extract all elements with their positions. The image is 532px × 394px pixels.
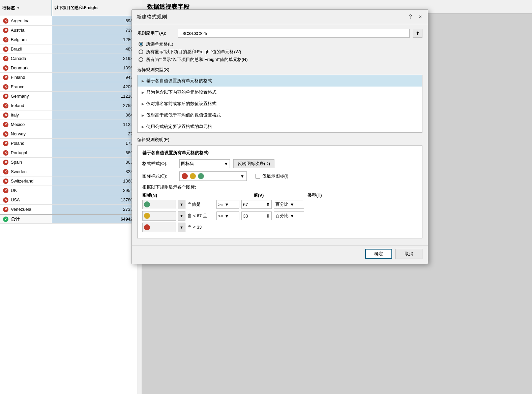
- rule-type-item[interactable]: ▶仅对高于或低于平均值的数值设置格式: [138, 109, 422, 121]
- rule-type-item[interactable]: ▶仅对排名靠前或靠后的数值设置格式: [138, 98, 422, 109]
- cell-value: 4205.46: [52, 82, 142, 91]
- operator-select[interactable]: >=▼: [216, 200, 239, 209]
- format-style-select[interactable]: 图标集 ▼: [179, 159, 230, 168]
- table-row[interactable]: ✕Venezuela2735.18: [0, 205, 142, 214]
- cell-value: 943.27: [52, 73, 142, 82]
- type-arrow: ▼: [290, 202, 294, 207]
- icon-dropdown-btn[interactable]: ▼: [178, 223, 185, 232]
- x-icon: ✕: [2, 45, 9, 53]
- x-icon: ✕: [2, 206, 9, 213]
- format-style-row: 格式样式(O): 图标集 ▼ 反转图标次序(D): [142, 159, 417, 168]
- table-row[interactable]: ✕Austria7391.5: [0, 26, 142, 35]
- table-row[interactable]: ✕Mexico1122.78: [0, 120, 142, 129]
- rule-type-list[interactable]: ▶基于各自值设置所有单元格的格式▶只为包含以下内容的单元格设置格式▶仅对排名靠前…: [137, 75, 422, 133]
- reverse-icon-btn[interactable]: 反转图标次序(D): [233, 159, 274, 168]
- value-input[interactable]: 33⬆: [241, 211, 272, 220]
- cell-value: 2954.27: [52, 186, 142, 195]
- table-row[interactable]: ✕Belgium1280.14: [0, 35, 142, 44]
- x-icon: ✕: [2, 168, 9, 175]
- dialog-close-button[interactable]: ×: [417, 13, 423, 21]
- x-icon: ✕: [2, 36, 9, 43]
- red-dot-icon: [144, 224, 150, 230]
- table-row[interactable]: ✕Spain861.89: [0, 158, 142, 167]
- table-row[interactable]: ✕Norway275.5: [0, 129, 142, 139]
- cell-value: 2735.18: [52, 205, 142, 214]
- rule-type-label: 只为包含以下内容的单元格设置格式: [146, 89, 216, 95]
- cell-value: 689.06: [52, 148, 142, 157]
- table-row[interactable]: ✕Finland943.27: [0, 73, 142, 82]
- icon-red-dot: [182, 173, 188, 179]
- table-row[interactable]: ✕Germany11216.58: [0, 92, 142, 101]
- icon-rule-rows: ▼当值是>=▼67⬆百分比▼▼当 < 67 且>=▼33⬆百分比▼▼当 < 33: [142, 200, 417, 232]
- radio-item[interactable]: 所选单元格(L): [139, 41, 422, 47]
- operator-select[interactable]: >=▼: [216, 211, 239, 220]
- col-header-row[interactable]: 行标签 ▼: [0, 0, 52, 16]
- row-name: Spain: [11, 160, 22, 165]
- table-row[interactable]: ✕UK2954.27: [0, 186, 142, 195]
- icon-selector[interactable]: [142, 211, 176, 221]
- table-row[interactable]: ✕France4205.46: [0, 82, 142, 92]
- table-row[interactable]: ✕Denmark1396.19: [0, 63, 142, 73]
- show-icon-only-checkbox[interactable]: [256, 174, 260, 178]
- op-arrow: ▼: [225, 214, 229, 219]
- confirm-button[interactable]: 确定: [365, 249, 392, 259]
- table-row[interactable]: ✕Portugal689.06: [0, 148, 142, 158]
- value-text: 33: [243, 214, 248, 219]
- table-row[interactable]: ✕Ireland2755.24: [0, 101, 142, 110]
- row-name: Finland: [11, 75, 25, 80]
- table-row[interactable]: ✕Sweden3237.6: [0, 167, 142, 176]
- rule-type-arrow: ▶: [142, 102, 144, 106]
- icon-selector[interactable]: [142, 200, 176, 209]
- edit-desc-title: 基于各自值设置所有单元格的格式:: [142, 150, 417, 156]
- table-row[interactable]: ✕Italy864.44: [0, 110, 142, 120]
- rule-type-arrow: ▶: [142, 91, 144, 94]
- row-name: USA: [11, 197, 20, 202]
- value-up-icon[interactable]: ⬆: [266, 202, 270, 207]
- dialog-body: 规则应用于(A): =$C$4:$C$25 ⬆ 所选单元格(L)所有显示"以下项…: [132, 24, 428, 243]
- row-name: Portugal: [11, 150, 27, 155]
- rule-type-item[interactable]: ▶只为包含以下内容的单元格设置格式: [138, 87, 422, 98]
- radio-circle: [139, 42, 143, 46]
- icon-dropdown-btn[interactable]: ▼: [178, 211, 185, 221]
- radio-item[interactable]: 所有显示"以下项目的总和:Freight"值的单元格(W): [139, 49, 422, 55]
- x-icon: ✕: [2, 93, 9, 100]
- value-up-icon[interactable]: ⬆: [266, 213, 270, 219]
- rule-type-arrow: ▶: [142, 113, 144, 117]
- icon-selector[interactable]: [142, 223, 176, 232]
- table-row[interactable]: ✕Brazil4891.8: [0, 44, 142, 54]
- cell-value: 175.74: [52, 139, 142, 148]
- icon-dropdown-btn[interactable]: ▼: [178, 200, 185, 209]
- cell-value: 275.5: [52, 129, 142, 138]
- icon-style-selector[interactable]: ▼: [179, 171, 247, 181]
- value-input[interactable]: 67⬆: [241, 200, 272, 209]
- col-header-freight: 以下项目的总和:Freight: [52, 0, 142, 16]
- table-row[interactable]: ✕USA13780.85: [0, 195, 142, 205]
- format-style-value: 图标集: [181, 161, 194, 167]
- row-dropdown-icon[interactable]: ▼: [17, 6, 20, 10]
- cell-value: 1396.19: [52, 63, 142, 72]
- cancel-button[interactable]: 取消: [395, 249, 422, 259]
- edit-desc-box: 基于各自值设置所有单元格的格式: 格式样式(O): 图标集 ▼ 反转图标次序(D…: [137, 145, 422, 238]
- table-row[interactable]: ✕Canada2198.09: [0, 54, 142, 63]
- table-row[interactable]: ✕Argentina598.58: [0, 16, 142, 26]
- rule-type-item[interactable]: ▶基于各自值设置所有单元格的格式: [138, 75, 422, 87]
- rule-applies-input[interactable]: =$C$4:$C$25: [178, 29, 410, 38]
- table-row[interactable]: ✕Poland175.74: [0, 139, 142, 148]
- rule-applies-upload-btn[interactable]: ⬆: [413, 29, 422, 38]
- dialog-title-bar: 新建格式规则 ? ×: [132, 10, 428, 24]
- cell-value: 2198.09: [52, 54, 142, 63]
- x-icon: ✕: [2, 55, 9, 62]
- table-row[interactable]: ✕Switzerland1368.53: [0, 176, 142, 186]
- x-icon: ✕: [2, 27, 9, 34]
- spreadsheet-panel: 行标签 ▼ 以下项目的总和:Freight ✕Argentina598.58✕A…: [0, 0, 142, 394]
- table-row[interactable]: ✓总计64942.69: [0, 214, 142, 224]
- rule-type-item[interactable]: ▶使用公式确定要设置格式的单元格: [138, 121, 422, 132]
- type-arrow: ▼: [290, 214, 294, 219]
- radio-item[interactable]: 所有为""显示"以下项目的总和:Freight"值的单元格(N): [139, 57, 422, 63]
- dialog-help-button[interactable]: ?: [408, 13, 413, 21]
- type-select[interactable]: 百分比▼: [274, 200, 304, 209]
- x-icon: ✕: [2, 74, 9, 81]
- rule-applies-row: 规则应用于(A): =$C$4:$C$25 ⬆: [137, 29, 422, 38]
- type-select[interactable]: 百分比▼: [274, 211, 304, 220]
- upload-icon: ⬆: [416, 31, 420, 36]
